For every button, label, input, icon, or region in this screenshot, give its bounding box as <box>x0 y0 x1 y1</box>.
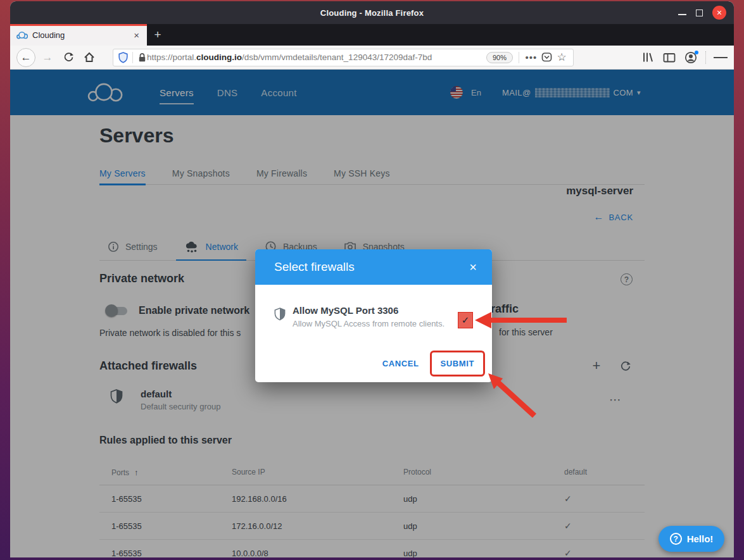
active-tab-stripe <box>10 24 147 26</box>
tab-close-icon[interactable]: × <box>131 30 142 40</box>
cancel-button[interactable]: CANCEL <box>376 353 426 374</box>
pocket-icon[interactable] <box>539 52 554 63</box>
new-tab-button[interactable]: + <box>147 24 168 46</box>
tab-bar: Clouding × + <box>10 24 734 46</box>
home-button[interactable] <box>80 49 98 66</box>
modal-close-icon[interactable]: × <box>469 260 477 275</box>
firewall-checkbox[interactable]: ✓ <box>458 312 473 328</box>
page-actions-icon[interactable]: ••• <box>524 52 539 63</box>
sidebar-icon[interactable] <box>662 51 676 65</box>
zoom-level-badge[interactable]: 90% <box>486 52 513 63</box>
desktop: Clouding - Mozilla Firefox × Clouding × … <box>0 0 744 560</box>
lock-icon[interactable] <box>137 53 147 63</box>
urlbar-separator <box>132 52 133 63</box>
maximize-button[interactable] <box>696 9 703 16</box>
account-icon[interactable] <box>684 51 698 65</box>
question-icon: ? <box>670 533 682 545</box>
back-button[interactable]: ← <box>16 48 35 67</box>
home-icon <box>84 52 95 63</box>
bookmark-star-icon[interactable]: ☆ <box>554 51 569 64</box>
window-title: Clouding - Mozilla Firefox <box>320 8 424 18</box>
window-titlebar: Clouding - Mozilla Firefox × <box>10 1 734 24</box>
url-path: /dsb/vmm/vmdetails/tenant_129043/17209da… <box>242 53 432 62</box>
modal-title: Select firewalls <box>274 260 469 274</box>
select-firewalls-modal: Select firewalls × Allow MySQL Port 3306… <box>255 249 492 382</box>
urlbar-separator-2 <box>519 52 519 63</box>
forward-button[interactable]: → <box>39 49 56 66</box>
firewall-shield-icon <box>274 308 286 321</box>
url-bar[interactable]: https://portal.clouding.io/dsb/vmm/vmdet… <box>113 49 574 66</box>
toolbar-separator <box>705 51 706 64</box>
minimize-button[interactable] <box>678 14 686 15</box>
url-domain: clouding.io <box>196 53 242 62</box>
reload-icon <box>63 52 74 63</box>
tracking-protection-shield-icon[interactable] <box>118 52 128 63</box>
modal-header: Select firewalls × <box>255 249 492 285</box>
library-icon[interactable] <box>641 51 655 65</box>
url-scheme: https://portal. <box>147 53 196 62</box>
tab-title: Clouding <box>32 30 131 40</box>
firewall-option-title: Allow MySQL Port 3306 <box>293 305 398 316</box>
reload-button[interactable] <box>60 49 77 66</box>
firefox-window: Clouding - Mozilla Firefox × Clouding × … <box>10 1 734 557</box>
hello-label: Hello! <box>687 533 714 544</box>
url-text[interactable]: https://portal.clouding.io/dsb/vmm/vmdet… <box>147 53 485 62</box>
tab-favicon-cloud-icon <box>16 31 28 39</box>
page-viewport: Servers DNS Account En MAIL@COM ▾ Server… <box>10 70 734 557</box>
firewall-option-description: Allow MySQL Access from remote clients. <box>293 319 445 328</box>
browser-tab[interactable]: Clouding × <box>10 24 147 46</box>
close-button[interactable]: × <box>712 6 726 20</box>
browser-toolbar: ← → <box>10 46 734 70</box>
notification-dot <box>695 51 698 54</box>
submit-highlight-annotation <box>430 351 485 376</box>
hello-chat-button[interactable]: ? Hello! <box>659 526 724 552</box>
menu-icon[interactable] <box>714 51 728 65</box>
